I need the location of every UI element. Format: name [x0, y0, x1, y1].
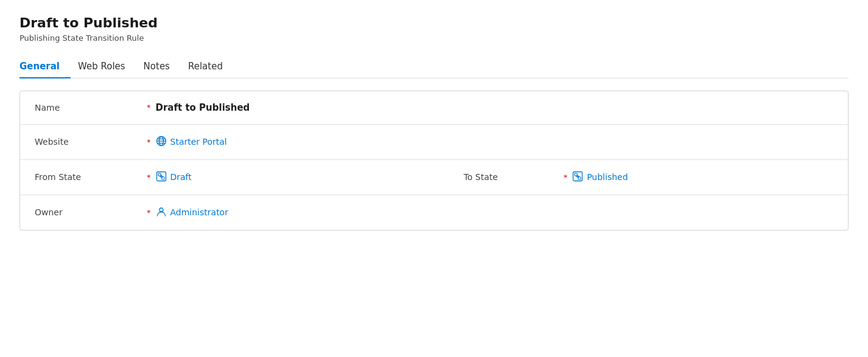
svg-rect-6 [158, 173, 161, 176]
from-state-value-container: Draft [156, 171, 464, 184]
svg-rect-7 [162, 177, 164, 179]
person-icon [156, 206, 167, 219]
to-state-text: Published [587, 172, 628, 182]
from-state-label: From State [35, 172, 144, 182]
tab-related[interactable]: Related [188, 55, 234, 78]
website-label: Website [35, 137, 144, 147]
owner-link[interactable]: Administrator [156, 206, 228, 219]
from-state-required-star: * [147, 173, 151, 182]
website-link-text: Starter Portal [170, 137, 227, 147]
name-required-star: * [147, 103, 151, 112]
name-row: Name * Draft to Published [20, 91, 848, 125]
to-state-icon [572, 171, 583, 184]
website-required-star: * [147, 137, 151, 147]
owner-required-star: * [147, 208, 151, 217]
name-value: Draft to Published [156, 102, 834, 113]
page-subtitle: Publishing State Transition Rule [19, 33, 849, 43]
to-state-required-star: * [564, 173, 568, 182]
owner-text: Administrator [170, 207, 228, 217]
svg-rect-9 [575, 173, 577, 176]
tab-web-roles[interactable]: Web Roles [78, 55, 136, 78]
from-state-icon [156, 171, 167, 184]
from-state-link[interactable]: Draft [156, 171, 192, 184]
tab-general[interactable]: General [19, 55, 71, 78]
owner-row: Owner * Administrator [20, 195, 848, 230]
owner-value: Administrator [156, 206, 834, 219]
website-link[interactable]: Starter Portal [156, 136, 227, 148]
page-container: Draft to Published Publishing State Tran… [0, 0, 868, 245]
page-title: Draft to Published [19, 15, 849, 32]
form-section: Name * Draft to Published Website * [19, 91, 849, 230]
tab-bar: General Web Roles Notes Related [19, 55, 849, 78]
to-state-link[interactable]: Published [572, 171, 628, 184]
page-header: Draft to Published Publishing State Tran… [19, 15, 849, 43]
from-state-text: Draft [170, 172, 192, 182]
globe-icon [156, 136, 167, 148]
to-state-container: To State * Published [464, 171, 833, 184]
tab-notes[interactable]: Notes [144, 55, 181, 78]
to-state-label: To State [464, 172, 561, 182]
website-value: Starter Portal [156, 136, 834, 148]
owner-label: Owner [35, 207, 144, 217]
svg-point-11 [159, 208, 163, 212]
svg-rect-10 [578, 177, 581, 179]
name-label: Name [35, 103, 144, 113]
website-row: Website * Starter Portal [20, 125, 848, 160]
state-split: Draft To State * [156, 171, 834, 184]
state-row: From State * Draft [20, 160, 848, 195]
